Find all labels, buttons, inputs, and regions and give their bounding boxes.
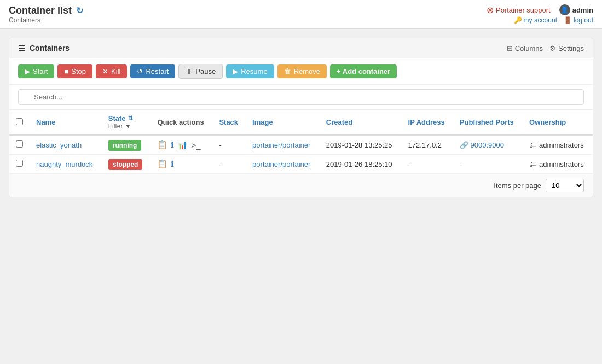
items-per-page: Items per page 102550100 <box>494 179 584 192</box>
pause-button[interactable]: ⏸ Pause <box>178 64 223 79</box>
stop-icon: ■ <box>64 67 68 75</box>
container-ownership-cell: 🏷 administrators <box>523 155 593 174</box>
container-ip-cell: 172.17.0.2 <box>402 135 453 155</box>
kill-button[interactable]: ✕ Kill <box>96 64 127 78</box>
search-bar: 🔍 <box>9 85 593 110</box>
container-image-cell: portainer/portainer <box>246 135 320 155</box>
container-image-cell: portainer/portainer <box>246 155 320 174</box>
container-logs-icon[interactable]: 📋 <box>157 159 167 169</box>
support-icon: ⊗ <box>487 5 494 15</box>
filter-icon[interactable]: ▼ <box>125 123 131 130</box>
state-header: State ⇅ Filter ▼ <box>102 110 151 135</box>
row-checkbox[interactable] <box>16 140 23 148</box>
container-table-wrapper: Name State ⇅ Filter ▼ <box>9 110 593 174</box>
ownership-icon: 🏷 <box>529 140 537 149</box>
select-all-checkbox[interactable] <box>16 118 23 125</box>
container-name-cell: naughty_murdock <box>30 155 102 174</box>
container-ports-cell: 🔗 9000:9000 <box>453 135 523 155</box>
refresh-icon[interactable]: ↻ <box>76 5 83 16</box>
panel-title: ☰ Containers <box>18 44 70 52</box>
header-top-links: ⊗ Portainer support 👤 admin <box>487 4 593 15</box>
container-quick-actions-cell: 📋 ℹ <box>150 155 212 174</box>
state-sort-icon[interactable]: ⇅ <box>128 115 133 122</box>
container-stack-cell: - <box>212 155 246 174</box>
columns-icon: ⊞ <box>507 44 513 52</box>
ownership-icon: 🏷 <box>529 160 537 168</box>
panel-heading: ☰ Containers ⊞ Columns ⚙ Settings <box>9 38 593 58</box>
page-size-select[interactable]: 102550100 <box>546 179 584 192</box>
action-toolbar: ▶ Start ■ Stop ✕ Kill ↺ Restart ⏸ Pause … <box>9 58 593 85</box>
container-created-cell: 2019-01-26 18:25:10 <box>320 155 402 174</box>
container-ownership-cell: 🏷 administrators <box>523 135 593 155</box>
containers-panel: ☰ Containers ⊞ Columns ⚙ Settings ▶ Star… <box>9 38 593 197</box>
container-table-body: elastic_yonath running 📋 ℹ 📊 >_ - portai… <box>9 135 593 174</box>
container-inspect-icon[interactable]: ℹ <box>171 140 174 150</box>
port-link[interactable]: 🔗 9000:9000 <box>460 141 504 149</box>
container-inspect-icon[interactable]: ℹ <box>171 159 174 169</box>
start-button[interactable]: ▶ Start <box>18 64 54 78</box>
breadcrumb: Containers <box>9 16 83 24</box>
restart-button[interactable]: ↺ Restart <box>130 64 175 78</box>
container-state-cell: running <box>102 135 151 155</box>
header-account-links: 🔑 my account 🚪 log out <box>514 16 593 24</box>
header-left: Container list ↻ Containers <box>9 5 83 24</box>
container-name-link[interactable]: naughty_murdock <box>36 160 92 168</box>
container-logs-icon[interactable]: 📋 <box>157 140 167 150</box>
container-image-link[interactable]: portainer/portainer <box>252 141 310 149</box>
panel-title-icon: ☰ <box>18 44 25 52</box>
published-ports-value: - <box>460 160 462 168</box>
panel-footer: Items per page 102550100 <box>9 174 593 197</box>
resume-button[interactable]: ▶ Resume <box>226 64 274 78</box>
columns-button[interactable]: ⊞ Columns <box>507 44 543 52</box>
ownership-value: administrators <box>539 160 584 168</box>
row-checkbox[interactable] <box>16 160 23 167</box>
search-input[interactable] <box>18 89 584 105</box>
stop-button[interactable]: ■ Stop <box>57 64 92 78</box>
app-header: Container list ↻ Containers ⊗ Portainer … <box>0 0 602 29</box>
container-state-cell: stopped <box>102 155 151 174</box>
published-ports-header[interactable]: Published Ports <box>453 110 523 135</box>
account-icon: 🔑 <box>514 16 522 24</box>
container-name-link[interactable]: elastic_yonath <box>36 141 82 149</box>
panel-tools: ⊞ Columns ⚙ Settings <box>507 44 584 52</box>
container-quick-actions-cell: 📋 ℹ 📊 >_ <box>150 135 212 155</box>
ip-address-header[interactable]: IP Address <box>402 110 453 135</box>
stack-header[interactable]: Stack <box>212 110 246 135</box>
table-row: naughty_murdock stopped 📋 ℹ - portainer/… <box>9 155 593 174</box>
search-wrapper: 🔍 <box>18 89 584 105</box>
my-account-link[interactable]: 🔑 my account <box>514 16 557 24</box>
portainer-support-link[interactable]: ⊗ Portainer support <box>487 5 551 15</box>
log-out-link[interactable]: 🚪 log out <box>564 16 593 24</box>
ownership-value: administrators <box>539 141 584 149</box>
state-badge-stopped: stopped <box>108 159 143 170</box>
start-icon: ▶ <box>25 67 30 75</box>
container-name-cell: elastic_yonath <box>30 135 102 155</box>
image-header[interactable]: Image <box>246 110 320 135</box>
table-header-row: Name State ⇅ Filter ▼ <box>9 110 593 135</box>
resume-icon: ▶ <box>233 67 238 75</box>
quick-actions-group: 📋 ℹ <box>157 159 206 169</box>
logout-icon: 🚪 <box>564 16 572 24</box>
add-container-button[interactable]: + Add container <box>330 64 397 78</box>
kill-icon: ✕ <box>102 67 108 75</box>
container-ip-cell: - <box>402 155 453 174</box>
remove-button[interactable]: 🗑 Remove <box>277 64 327 78</box>
container-created-cell: 2019-01-28 13:25:25 <box>320 135 402 155</box>
container-ports-cell: - <box>453 155 523 174</box>
restart-icon: ↺ <box>137 67 143 75</box>
container-exec-icon[interactable]: >_ <box>191 140 200 150</box>
quick-actions-group: 📋 ℹ 📊 >_ <box>157 140 206 150</box>
select-all-header <box>9 110 30 135</box>
container-stats-icon[interactable]: 📊 <box>177 140 188 150</box>
header-right: ⊗ Portainer support 👤 admin 🔑 my account… <box>487 4 593 24</box>
state-badge-running: running <box>108 140 142 151</box>
pause-icon: ⏸ <box>186 67 193 75</box>
admin-avatar: 👤 <box>559 4 570 15</box>
container-image-link[interactable]: portainer/portainer <box>252 160 310 168</box>
created-header[interactable]: Created <box>320 110 402 135</box>
main-content: ☰ Containers ⊞ Columns ⚙ Settings ▶ Star… <box>0 29 602 206</box>
ownership-header[interactable]: Ownership <box>523 110 593 135</box>
remove-icon: 🗑 <box>284 67 291 75</box>
name-header[interactable]: Name <box>30 110 102 135</box>
settings-button[interactable]: ⚙ Settings <box>549 44 584 52</box>
